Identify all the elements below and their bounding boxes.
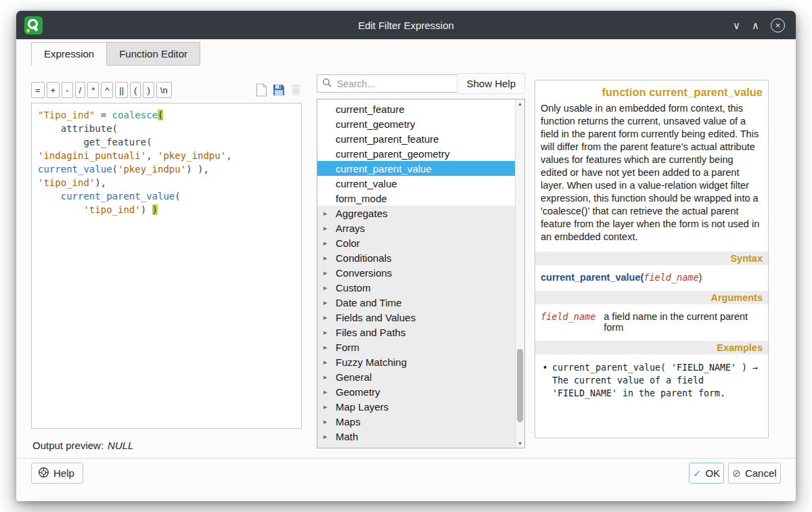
operator-button[interactable]: * <box>87 82 99 98</box>
syntax-argument: field_name <box>644 272 698 283</box>
function-list-item-label: Form <box>336 342 359 353</box>
function-list-item-label: current_feature <box>336 103 405 115</box>
function-list: current_featurecurrent_geometrycurrent_p… <box>317 99 525 448</box>
function-list-item-arrays[interactable]: ▸Arrays <box>317 220 515 235</box>
new-expression-icon[interactable] <box>256 83 267 97</box>
function-list-item-label: Map Layers <box>336 401 388 413</box>
operator-button[interactable]: / <box>75 82 86 98</box>
example-text: current_parent_value( 'FIELD_NAME' ) → T… <box>552 361 763 400</box>
expand-triangle-icon[interactable]: ▸ <box>323 239 328 248</box>
function-list-item-custom[interactable]: ▸Custom <box>317 280 515 295</box>
operator-button[interactable]: ^ <box>101 82 113 98</box>
close-window-button[interactable]: × <box>771 18 785 32</box>
scroll-down-icon[interactable]: ▼ <box>516 441 524 446</box>
function-list-item-conversions[interactable]: ▸Conversions <box>317 265 515 280</box>
syntax-close-paren: ) <box>699 272 702 283</box>
function-list-item-color[interactable]: ▸Color <box>317 235 515 250</box>
function-list-item-fields-and-values[interactable]: ▸Fields and Values <box>317 310 515 325</box>
function-list-item-current-parent-geometry[interactable]: current_parent_geometry <box>317 146 515 161</box>
function-list-item-map-layers[interactable]: ▸Map Layers <box>317 399 515 414</box>
search-input[interactable] <box>336 78 455 90</box>
function-list-item-math[interactable]: ▸Math <box>317 429 515 444</box>
function-list-item-label: current_parent_feature <box>336 133 439 145</box>
expression-editor[interactable]: "Tipo_ind" = coalesce( attribute( get_fe… <box>31 103 302 429</box>
titlebar: Edit Filter Expression ∨ ∧ × <box>16 11 796 39</box>
expand-triangle-icon[interactable]: ▸ <box>323 432 328 441</box>
function-list-item-geometry[interactable]: ▸Geometry <box>317 384 515 399</box>
function-list-item-label: General <box>336 371 371 383</box>
function-list-item-conditionals[interactable]: ▸Conditionals <box>317 250 515 265</box>
search-box[interactable] <box>317 74 460 93</box>
bullet-icon: • <box>543 361 547 400</box>
function-list-item-current-geometry[interactable]: current_geometry <box>317 116 515 131</box>
function-list-item-date-and-time[interactable]: ▸Date and Time <box>317 295 515 310</box>
operator-buttons: =+-/*^||()\n <box>31 82 172 98</box>
help-function-title: function current_parent_value <box>535 80 768 99</box>
cancel-icon: ⊘ <box>732 467 741 480</box>
operator-button[interactable]: || <box>115 82 128 98</box>
scrollbar-thumb[interactable] <box>517 349 523 422</box>
expand-triangle-icon[interactable]: ▸ <box>323 254 328 262</box>
function-list-item-operators[interactable]: ▸Operators <box>317 444 515 448</box>
ok-button[interactable]: ✓ OK <box>689 463 724 484</box>
footer-separator <box>16 458 796 459</box>
operator-button[interactable]: ) <box>143 82 154 98</box>
show-help-button[interactable]: Show Help <box>457 73 525 94</box>
tab-expression[interactable]: Expression <box>31 42 107 66</box>
function-list-item-aggregates[interactable]: ▸Aggregates <box>317 206 515 220</box>
operator-button[interactable]: + <box>47 82 60 98</box>
maximize-window-icon[interactable]: ∧ <box>752 20 759 30</box>
function-list-item-fuzzy-matching[interactable]: ▸Fuzzy Matching <box>317 354 515 369</box>
function-list-item-current-parent-feature[interactable]: current_parent_feature <box>317 131 515 146</box>
tab-function-editor[interactable]: Function Editor <box>107 42 200 66</box>
help-button[interactable]: Help <box>31 463 83 484</box>
example-item: • current_parent_value( 'FIELD_NAME' ) →… <box>535 354 768 405</box>
expand-triangle-icon[interactable]: ▸ <box>323 313 328 322</box>
operator-button[interactable]: \n <box>156 82 172 98</box>
shade-window-icon[interactable]: ∨ <box>733 20 740 30</box>
function-list-item-label: form_mode <box>336 193 387 204</box>
function-list-item-current-value[interactable]: current_value <box>317 176 515 191</box>
search-row: Show Help <box>317 73 525 95</box>
function-list-item-files-and-paths[interactable]: ▸Files and Paths <box>317 325 515 340</box>
code-line: current_parent_value( <box>38 189 295 203</box>
function-list-item-general[interactable]: ▸General <box>317 369 515 384</box>
expand-triangle-icon[interactable]: ▸ <box>323 328 328 337</box>
scroll-up-icon[interactable]: ▲ <box>516 101 524 106</box>
function-list-scrollbar[interactable]: ▲ ▼ <box>515 99 524 448</box>
code-line: 'indagini_puntuali', 'pkey_indpu', <box>38 149 295 162</box>
function-list-item-current-parent-value[interactable]: current_parent_value <box>317 161 515 176</box>
examples-header: Examples <box>535 341 768 354</box>
function-list-item-current-feature[interactable]: current_feature <box>317 101 515 116</box>
code-line: 'tipo_ind') ) <box>38 203 295 216</box>
expand-triangle-icon[interactable]: ▸ <box>323 388 328 396</box>
expand-triangle-icon[interactable]: ▸ <box>323 417 328 426</box>
cancel-button[interactable]: ⊘ Cancel <box>728 463 781 484</box>
argument-name: field_name <box>541 311 595 333</box>
operator-button[interactable]: ( <box>130 82 141 98</box>
delete-expression-icon[interactable] <box>290 83 302 97</box>
save-expression-icon[interactable] <box>272 83 286 97</box>
window-title: Edit Filter Expression <box>16 20 796 31</box>
expand-triangle-icon[interactable]: ▸ <box>323 209 328 218</box>
function-list-item-label: current_value <box>336 178 397 189</box>
expand-triangle-icon[interactable]: ▸ <box>323 358 328 367</box>
expand-triangle-icon[interactable]: ▸ <box>323 373 328 381</box>
expand-triangle-icon[interactable]: ▸ <box>323 283 328 292</box>
expand-triangle-icon[interactable]: ▸ <box>323 269 328 277</box>
expand-triangle-icon[interactable]: ▸ <box>323 224 328 233</box>
operator-button[interactable]: = <box>31 82 45 98</box>
expand-triangle-icon[interactable]: ▸ <box>323 343 328 352</box>
operator-button[interactable]: - <box>62 82 72 98</box>
function-list-item-form[interactable]: ▸Form <box>317 340 515 354</box>
expand-triangle-icon[interactable]: ▸ <box>323 298 328 307</box>
function-list-item-maps[interactable]: ▸Maps <box>317 414 515 429</box>
argument-description: a field name in the current parent form <box>604 311 763 333</box>
operator-toolbar: =+-/*^||()\n <box>31 81 302 99</box>
check-icon: ✓ <box>693 467 702 480</box>
function-list-item-form-mode[interactable]: form_mode <box>317 191 515 206</box>
expand-triangle-icon[interactable]: ▸ <box>323 447 328 449</box>
function-list-item-label: Operators <box>336 446 381 449</box>
output-preview-label: Output preview: <box>32 440 104 451</box>
expand-triangle-icon[interactable]: ▸ <box>323 402 328 411</box>
